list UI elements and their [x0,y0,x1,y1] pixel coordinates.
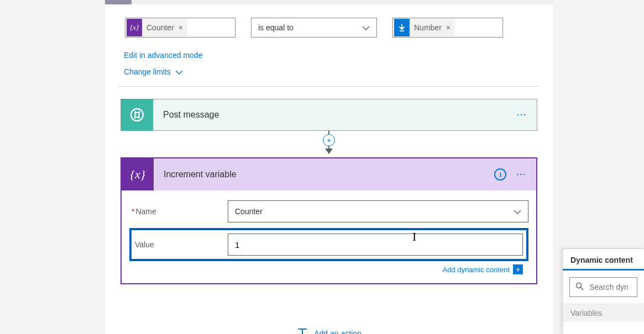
value-input-wrap[interactable] [228,234,523,256]
right-operand-box[interactable]: Number × [392,18,503,38]
change-limits-link[interactable]: Change limits [124,67,183,76]
more-icon[interactable]: ··· [517,110,537,119]
svg-point-5 [577,283,582,288]
dynamic-content-panel: Dynamic content Variables [562,248,644,334]
value-input[interactable] [235,240,516,250]
svg-line-6 [581,288,584,290]
post-message-title: Post message [153,110,517,120]
variable-icon: {x} [127,19,142,36]
value-row-highlight: Value [129,228,528,261]
remove-token-icon[interactable]: × [446,23,455,32]
dynamic-content-tab[interactable]: Dynamic content [563,249,644,271]
token-label: Number [410,23,446,32]
post-message-card[interactable]: Post message ··· [121,99,537,131]
chevron-down-icon [514,207,521,216]
operator-dropdown[interactable]: is equal to [251,18,377,38]
dynamic-category: Variables [563,304,644,322]
condition-row: {x} Counter × is equal to Number × [105,4,553,47]
change-limits-label: Change limits [124,67,171,76]
dynamic-search-input[interactable] [589,283,631,291]
token-counter[interactable]: {x} Counter × [127,19,187,36]
info-icon[interactable]: i [494,168,506,181]
chevron-down-icon [175,67,183,76]
name-value: Counter [235,207,263,216]
svg-point-1 [131,109,143,121]
token-label: Counter [142,23,179,32]
value-field-label: Value [135,240,228,249]
search-icon [575,282,584,292]
operator-label: is equal to [258,23,294,32]
add-action-link[interactable]: Add an action [314,329,362,334]
dynamic-search-box[interactable] [569,277,637,297]
flow-connector: + [105,131,553,157]
card-header[interactable]: {x} Increment variable i ··· [122,158,536,190]
chevron-down-icon [362,23,370,32]
plus-icon: + [513,264,523,274]
add-dynamic-content-link[interactable]: Add dynamic content + [443,264,523,274]
add-dynamic-label: Add dynamic content [443,266,510,274]
left-operand-box[interactable]: {x} Counter × [125,18,235,38]
more-icon[interactable]: ··· [516,170,526,179]
token-number[interactable]: Number × [394,19,455,36]
hashtag-icon [121,99,153,131]
insert-action-icon [296,327,308,334]
number-icon [394,19,410,36]
remove-token-icon[interactable]: × [179,23,187,32]
divider [118,86,540,87]
increment-variable-card: {x} Increment variable i ··· *Name Count… [121,157,537,284]
edit-advanced-link[interactable]: Edit in advanced mode [124,51,202,60]
name-field-label: *Name [129,207,228,216]
name-dropdown[interactable]: Counter [228,200,528,222]
card-title: Increment variable [154,169,494,179]
insert-step-button[interactable]: + [323,134,335,146]
variable-icon: {x} [122,158,154,190]
